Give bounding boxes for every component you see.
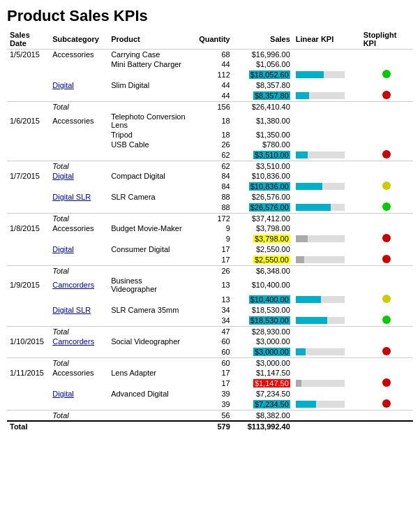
product-cell: Slim Digital [108, 80, 190, 90]
subtotal-qty: 60 [191, 346, 233, 358]
date-total-row: Total60$3,000.00 [7, 358, 413, 369]
subcategory-cell[interactable]: Digital [50, 389, 108, 399]
quantity-cell: 34 [191, 305, 233, 315]
subtotal-sales: $10,400.00 [233, 294, 293, 305]
linear-kpi-cell [293, 305, 361, 315]
quantity-cell: 84 [191, 171, 233, 181]
subtotal-qty: 88 [191, 202, 233, 214]
total-dot [361, 102, 413, 112]
subtotal-date [7, 90, 50, 102]
sales-cell: $3,798.00 [233, 223, 293, 233]
subtotal-sub [50, 294, 108, 305]
grand-total-bar [293, 421, 361, 431]
product-cell: Telephoto Conversion Lens [108, 112, 190, 130]
subcategory-cell: Accessories [50, 50, 108, 60]
stoplight-dot-cell [361, 202, 413, 214]
subcategory-cell: Accessories [50, 368, 108, 378]
subcategory-cell[interactable]: Digital [50, 80, 108, 90]
linear-kpi-cell [293, 130, 361, 140]
table-row: 1/7/2015DigitalCompact Digital84$10,836.… [7, 171, 413, 181]
total-qty: 56 [191, 411, 233, 422]
subcategory-cell [50, 59, 108, 69]
total-qty: 156 [191, 102, 233, 112]
total-sales: $8,382.00 [233, 411, 293, 422]
subcategory-cell[interactable]: Digital SLR [50, 305, 108, 315]
total-prod [108, 161, 190, 172]
stoplight-dot-cell [361, 346, 413, 358]
subtotal-qty: 17 [191, 254, 233, 266]
product-cell: Mini Battery Charger [108, 59, 190, 69]
table-row: Tripod18$1,350.00 [7, 130, 413, 140]
stoplight-kpi-cell [361, 112, 413, 130]
total-qty: 62 [191, 161, 233, 172]
date-cell: 1/5/2015 [7, 50, 50, 60]
subcategory-cell[interactable]: Digital SLR [50, 192, 108, 202]
stoplight-dot-cell [361, 90, 413, 102]
subtotal-prod [108, 149, 190, 161]
total-sub: Total [50, 214, 108, 224]
date-cell [7, 140, 50, 149]
date-cell: 1/10/2015 [7, 337, 50, 346]
table-row: Mini Battery Charger44$1,056.00 [7, 59, 413, 69]
subtotal-prod [108, 378, 190, 389]
total-bar [293, 358, 361, 369]
sales-cell: $10,836.00 [233, 171, 293, 181]
stoplight-dot-red [382, 399, 391, 408]
subcategory-cell [50, 140, 108, 149]
table-row: 1/5/2015AccessoriesCarrying Case68$16,99… [7, 50, 413, 60]
quantity-cell: 39 [191, 389, 233, 399]
total-dot [361, 266, 413, 276]
sales-cell: $10,400.00 [233, 276, 293, 294]
subtotal-qty: 9 [191, 233, 233, 244]
sales-cell: $1,056.00 [233, 59, 293, 69]
total-bar [293, 214, 361, 224]
total-dot [361, 327, 413, 337]
date-cell: 1/6/2015 [7, 112, 50, 130]
col-linear-kpi: Linear KPI [293, 29, 361, 50]
sales-cell: $16,996.00 [233, 50, 293, 60]
date-cell [7, 305, 50, 315]
quantity-cell: 9 [191, 223, 233, 233]
stoplight-dot-green [382, 316, 391, 324]
total-bar [293, 161, 361, 172]
stoplight-dot-cell [361, 181, 413, 192]
total-sales: $3,000.00 [233, 358, 293, 369]
linear-kpi-bar-cell [293, 149, 361, 161]
subtotal-row: 34$18,530.00 [7, 315, 413, 327]
subtotal-sub [50, 315, 108, 327]
quantity-cell: 60 [191, 337, 233, 346]
total-sales: $26,410.40 [233, 102, 293, 112]
date-total-row: Total47$28,930.00 [7, 327, 413, 337]
stoplight-dot-red [382, 378, 391, 387]
linear-kpi-bar-cell [293, 254, 361, 266]
subcategory-cell[interactable]: Camcorders [50, 276, 108, 294]
linear-kpi-cell [293, 389, 361, 399]
total-sub: Total [50, 327, 108, 337]
subtotal-prod [108, 254, 190, 266]
product-cell: SLR Camera [108, 192, 190, 202]
stoplight-kpi-cell [361, 276, 413, 294]
stoplight-kpi-cell [361, 140, 413, 149]
table-row: DigitalSlim Digital44$8,357.80 [7, 80, 413, 90]
quantity-cell: 44 [191, 80, 233, 90]
linear-kpi-bar-cell [293, 90, 361, 102]
stoplight-kpi-cell [361, 80, 413, 90]
subtotal-qty: 34 [191, 315, 233, 327]
total-date [7, 358, 50, 369]
quantity-cell: 17 [191, 244, 233, 254]
date-cell [7, 244, 50, 254]
total-prod [108, 214, 190, 224]
subcategory-cell[interactable]: Digital [50, 171, 108, 181]
subcategory-cell: Accessories [50, 223, 108, 233]
subtotal-sales: $10,836.00 [233, 181, 293, 192]
sales-cell: $8,357.80 [233, 80, 293, 90]
col-product: Product [108, 29, 190, 50]
subcategory-cell[interactable]: Camcorders [50, 337, 108, 346]
date-total-row: Total172$37,412.00 [7, 214, 413, 224]
subcategory-cell: Accessories [50, 112, 108, 130]
total-sub: Total [50, 161, 108, 172]
subtotal-sub [50, 202, 108, 214]
kpi-table: Sales Date Subcategory Product Quantity … [7, 29, 413, 431]
subcategory-cell[interactable]: Digital [50, 244, 108, 254]
grand-total-row: Total579$113,992.40 [7, 421, 413, 431]
